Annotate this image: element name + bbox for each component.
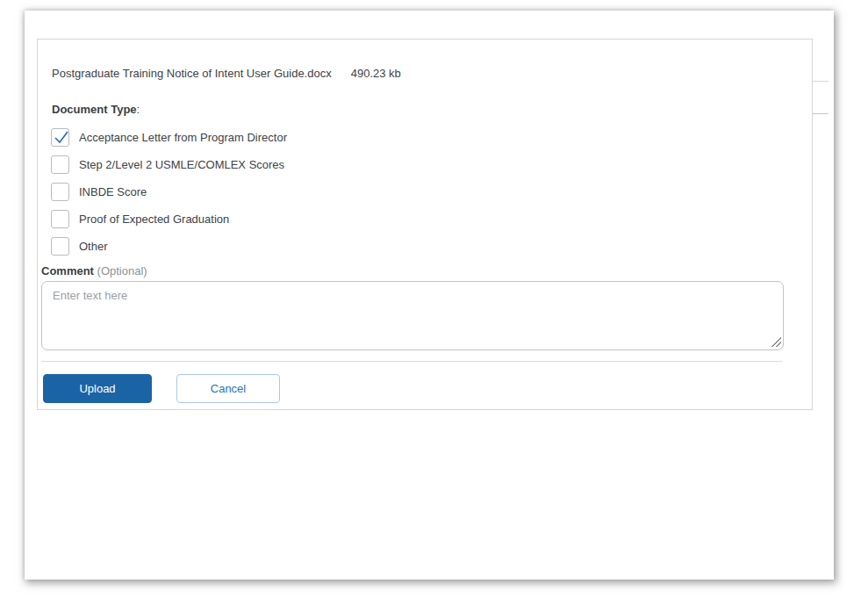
checkbox-other[interactable] — [51, 237, 69, 256]
checkbox-row-inbde-score[interactable]: INBDE Score — [51, 183, 812, 201]
checkbox-usmle-comlex[interactable] — [51, 155, 69, 174]
checkbox-label[interactable]: Proof of Expected Graduation — [79, 213, 229, 226]
comment-label: Comment (Optional) — [41, 264, 812, 278]
checkbox-label[interactable]: Acceptance Letter from Program Director — [79, 131, 287, 144]
checkbox-row-proof-graduation[interactable]: Proof of Expected Graduation — [51, 210, 812, 228]
checkbox-row-usmle-comlex[interactable]: Step 2/Level 2 USMLE/COMLEX Scores — [51, 155, 812, 174]
content-card: Postgraduate Training Notice of Intent U… — [25, 11, 834, 580]
checkbox-acceptance-letter[interactable] — [51, 128, 69, 147]
comment-textarea[interactable] — [41, 281, 784, 350]
checkbox-proof-graduation[interactable] — [51, 210, 69, 228]
page-background: Postgraduate Training Notice of Intent U… — [0, 0, 868, 598]
form-actions: Upload Cancel — [43, 374, 812, 403]
cancel-button[interactable]: Cancel — [176, 374, 280, 403]
document-type-checkbox-list: Acceptance Letter from Program Director … — [38, 128, 812, 256]
upload-form-panel: Postgraduate Training Notice of Intent U… — [37, 39, 813, 410]
checkbox-row-acceptance-letter[interactable]: Acceptance Letter from Program Director — [51, 128, 812, 147]
form-divider — [41, 361, 782, 362]
selected-file-name: Postgraduate Training Notice of Intent U… — [52, 67, 332, 80]
checkbox-inbde-score[interactable] — [51, 183, 69, 201]
document-type-label: Document Type: — [52, 103, 812, 117]
checkbox-label[interactable]: Step 2/Level 2 USMLE/COMLEX Scores — [79, 158, 284, 171]
selected-file-size: 490.23 kb — [351, 67, 401, 80]
comment-optional-hint: (Optional) — [97, 264, 147, 277]
upload-button[interactable]: Upload — [43, 374, 152, 403]
checkmark-icon — [53, 129, 69, 146]
comment-field-wrapper — [41, 281, 784, 350]
selected-file-row: Postgraduate Training Notice of Intent U… — [38, 40, 812, 81]
checkbox-row-other[interactable]: Other — [51, 237, 812, 256]
checkbox-label[interactable]: INBDE Score — [79, 185, 147, 198]
checkbox-label[interactable]: Other — [79, 240, 108, 253]
